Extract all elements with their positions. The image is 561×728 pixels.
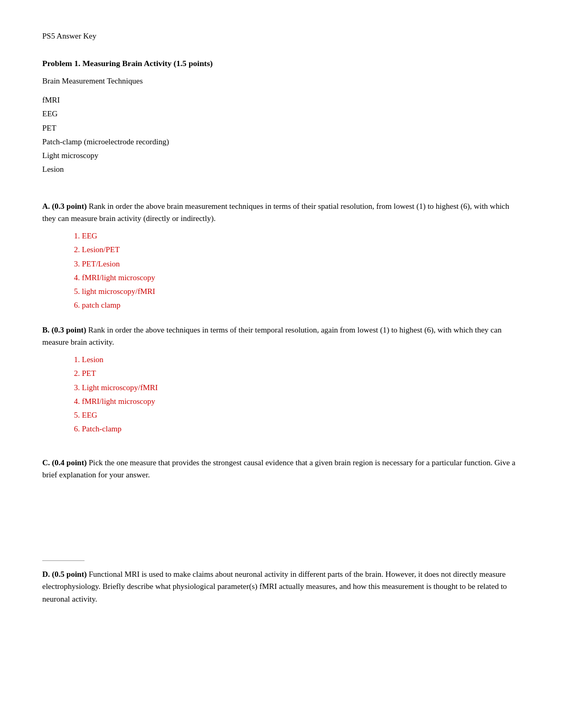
part-b-rankings: 1. Lesion 2. PET 3. Light microscopy/fMR… (42, 353, 519, 436)
ranking-item: 2. PET (74, 366, 519, 380)
part-b-question: B. (0.3 point) Rank in order the above t… (42, 324, 519, 349)
ranking-item: 2. Lesion/PET (74, 243, 519, 256)
ranking-item: 5. light microscopy/fMRI (74, 284, 519, 298)
part-c-label: C. (0.4 point) (42, 458, 87, 467)
part-b-label: B. (0.3 point) (42, 326, 86, 334)
ranking-item: 3. Light microscopy/fMRI (74, 381, 519, 394)
problem-title: Problem 1. Measuring Brain Activity (1.5… (42, 59, 519, 68)
part-c-block: C. (0.4 point) Pick the one measure that… (42, 457, 519, 549)
part-c-question: C. (0.4 point) Pick the one measure that… (42, 457, 519, 482)
part-c-answer-space (42, 485, 519, 549)
part-d-question: D. (0.5 point) Functional MRI is used to… (42, 568, 519, 605)
technique-item: Light microscopy (42, 149, 519, 162)
part-a-question-text: Rank in order the above brain measuremen… (42, 202, 509, 223)
part-b-question-text: Rank in order the above techniques in te… (42, 326, 501, 346)
ranking-item: 5. EEG (74, 408, 519, 422)
ranking-item: 3. PET/Lesion (74, 257, 519, 271)
part-c-question-text: Pick the one measure that provides the s… (42, 458, 516, 479)
technique-item: fMRI (42, 93, 519, 107)
techniques-list: fMRI EEG PET Patch-clamp (microelectrode… (42, 93, 519, 177)
part-a-block: A. (0.3 point) Rank in order the above b… (42, 200, 519, 312)
ranking-item: 6. Patch-clamp (74, 422, 519, 436)
technique-item: PET (42, 121, 519, 135)
ranking-item: 4. fMRI/light microscopy (74, 394, 519, 408)
technique-item: Patch-clamp (microelectrode recording) (42, 135, 519, 149)
part-b-block: B. (0.3 point) Rank in order the above t… (42, 324, 519, 436)
ranking-item: 1. Lesion (74, 353, 519, 366)
techniques-intro-label: Brain Measurement Techniques (42, 77, 519, 86)
part-a-rankings: 1. EEG 2. Lesion/PET 3. PET/Lesion 4. fM… (42, 229, 519, 312)
ranking-item: 4. fMRI/light microscopy (74, 271, 519, 284)
part-a-question: A. (0.3 point) Rank in order the above b… (42, 200, 519, 225)
part-d-block: D. (0.5 point) Functional MRI is used to… (42, 568, 519, 605)
page-header: PS5 Answer Key (42, 32, 519, 41)
part-d-question-text: Functional MRI is used to make claims ab… (42, 570, 507, 603)
technique-item: Lesion (42, 162, 519, 176)
ranking-item: 1. EEG (74, 229, 519, 243)
technique-item: EEG (42, 107, 519, 121)
section-divider (42, 560, 85, 561)
ranking-item: 6. patch clamp (74, 298, 519, 312)
part-d-label: D. (0.5 point) (42, 570, 87, 578)
part-a-label: A. (0.3 point) (42, 202, 87, 210)
